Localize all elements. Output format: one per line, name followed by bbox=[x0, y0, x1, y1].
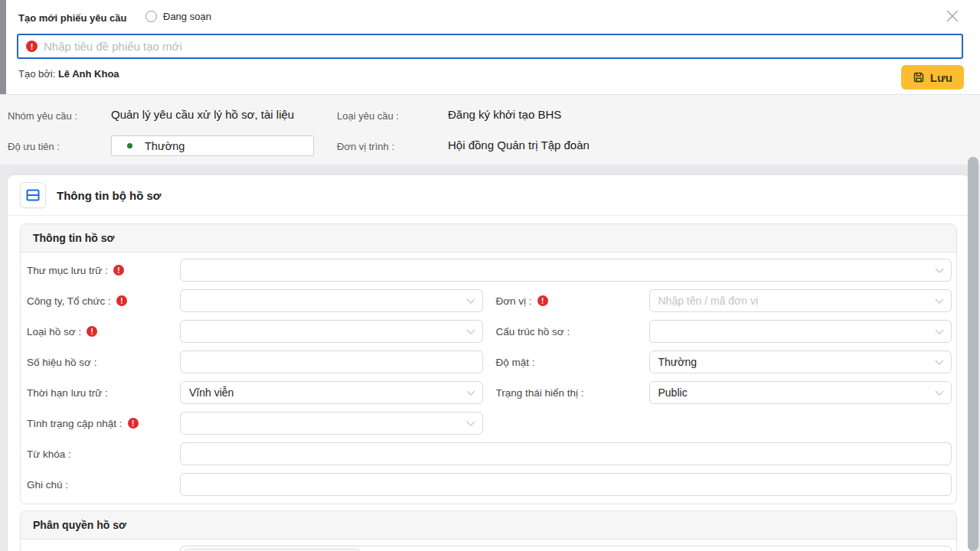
permission-panel-body: Quyền owner: Lê Anh Khoa (Phó tổng giám … bbox=[21, 540, 956, 551]
company-select[interactable] bbox=[180, 289, 483, 312]
retention-label: Thời hạn lưu trữ : bbox=[27, 387, 180, 399]
keywords-label: Từ khóa : bbox=[27, 448, 180, 460]
form-row-company-unit: Công ty, Tổ chức :! Đơn vị :! bbox=[27, 289, 952, 312]
notes-label: Ghi chú : bbox=[27, 479, 180, 491]
required-icon: ! bbox=[128, 418, 139, 429]
company-label: Công ty, Tổ chức :! bbox=[27, 295, 180, 307]
meta-submit-unit-label: Đơn vị trình : bbox=[337, 141, 394, 152]
title-input-container[interactable]: ! bbox=[17, 34, 963, 59]
meta-priority-label: Độ ưu tiên : bbox=[8, 141, 60, 152]
meta-group-label: Nhóm yêu cầu : bbox=[8, 110, 77, 122]
save-icon bbox=[913, 71, 925, 83]
required-icon: ! bbox=[113, 265, 124, 276]
form-row-owner: Quyền owner: Lê Anh Khoa (Phó tổng giám … bbox=[27, 546, 952, 551]
structure-select[interactable] bbox=[649, 320, 952, 343]
dossier-section-title: Thông tin bộ hồ sơ bbox=[57, 189, 161, 202]
meta-type-value: Đăng ký khởi tạo BHS bbox=[448, 108, 561, 121]
unit-select[interactable] bbox=[649, 289, 952, 312]
form-row-folder: Thư mục lưu trữ :! bbox=[27, 259, 952, 282]
created-by-name: Lê Anh Khoa bbox=[58, 68, 119, 80]
notes-input[interactable] bbox=[180, 473, 952, 496]
unit-label: Đơn vị :! bbox=[496, 295, 649, 307]
visibility-label: Trạng thái hiển thị : bbox=[496, 387, 649, 399]
permission-panel-title: Phân quyền hồ sơ bbox=[21, 511, 956, 540]
meta-group-value: Quản lý yêu cầu xử lý hồ sơ, tài liệu bbox=[111, 108, 294, 121]
info-panel-body: Thư mục lưu trữ :! Công ty, Tổ chức :! bbox=[21, 253, 956, 504]
structure-label: Cấu trúc hồ sơ : bbox=[496, 326, 649, 337]
form-row-keywords: Từ khóa : bbox=[27, 442, 952, 465]
folder-label: Thư mục lưu trữ :! bbox=[27, 265, 180, 276]
scrollbar-thumb[interactable] bbox=[968, 157, 978, 551]
secrecy-select[interactable]: Thường bbox=[649, 350, 952, 373]
keywords-input[interactable] bbox=[180, 442, 952, 465]
doc-type-select[interactable] bbox=[180, 320, 483, 343]
unit-search-input[interactable] bbox=[658, 295, 930, 307]
meta-type-label: Loại yêu cầu : bbox=[337, 110, 399, 122]
title-input[interactable] bbox=[44, 40, 954, 53]
permission-panel: Phân quyền hồ sơ Quyền owner: Lê Anh Kho… bbox=[20, 510, 957, 551]
error-icon: ! bbox=[26, 41, 38, 52]
folder-select[interactable] bbox=[180, 259, 952, 282]
meta-submit-unit-value: Hội đồng Quản trị Tập đoàn bbox=[448, 139, 590, 152]
form-row-number-secrecy: Số hiệu hồ sơ : Độ mật : Thường bbox=[27, 350, 952, 373]
chevron-down-icon bbox=[935, 390, 944, 396]
background-strip bbox=[0, 0, 6, 94]
chevron-down-icon bbox=[935, 268, 944, 274]
close-icon[interactable] bbox=[943, 8, 962, 26]
modal-title: Tạo mới phiếu yêu cầu bbox=[18, 12, 126, 24]
owner-select[interactable]: Lê Anh Khoa (Phó tổng giám đốc) ✕ bbox=[180, 546, 952, 551]
secrecy-label: Độ mật : bbox=[496, 357, 649, 368]
form-row-doctype-structure: Loại hồ sơ :! Cấu trúc hồ sơ : bbox=[27, 320, 952, 343]
required-icon: ! bbox=[87, 326, 97, 337]
chevron-down-icon bbox=[935, 360, 944, 366]
info-panel: Thông tin hồ sơ Thư mục lưu trữ :! bbox=[20, 223, 957, 504]
dossier-section-header: Thông tin bộ hồ sơ bbox=[8, 175, 969, 216]
update-status-label: Tình trạng cập nhật :! bbox=[27, 418, 180, 429]
save-button[interactable]: Lưu bbox=[901, 65, 964, 90]
doc-number-input[interactable] bbox=[180, 350, 483, 373]
doc-number-label: Số hiệu hồ sơ : bbox=[27, 357, 180, 368]
form-row-retention-visibility: Thời hạn lưu trữ : Vĩnh viễn Trạng thái … bbox=[27, 381, 952, 404]
dossier-section-icon bbox=[20, 182, 46, 208]
doc-type-label: Loại hồ sơ :! bbox=[27, 326, 180, 337]
chevron-down-icon bbox=[466, 329, 475, 335]
created-by-label: Tạo bởi: bbox=[18, 68, 55, 80]
priority-value: Thường bbox=[145, 140, 185, 152]
modal-header: Tạo mới phiếu yêu cầu Đang soạn ! Tạo bở… bbox=[6, 0, 980, 94]
priority-select[interactable]: Thường bbox=[111, 135, 314, 156]
chevron-down-icon bbox=[466, 390, 475, 396]
chevron-down-icon bbox=[466, 298, 475, 305]
created-by: Tạo bởi: Lê Anh Khoa bbox=[18, 68, 119, 80]
chevron-down-icon bbox=[466, 421, 475, 427]
form-row-notes: Ghi chú : bbox=[27, 473, 952, 496]
radio-label: Đang soạn bbox=[163, 11, 211, 22]
required-icon: ! bbox=[537, 295, 548, 306]
chevron-down-icon bbox=[935, 298, 944, 305]
priority-dot-icon bbox=[127, 143, 132, 148]
required-icon: ! bbox=[116, 295, 127, 306]
chevron-down-icon bbox=[935, 329, 944, 335]
draft-status-radio[interactable]: Đang soạn bbox=[145, 11, 211, 22]
dossier-card: Thông tin bộ hồ sơ Thông tin hồ sơ Thư m… bbox=[8, 175, 969, 551]
request-meta-section: Nhóm yêu cầu : Quản lý yêu cầu xử lý hồ … bbox=[0, 94, 980, 165]
save-button-label: Lưu bbox=[930, 71, 952, 84]
update-status-select[interactable] bbox=[180, 412, 483, 435]
content-area: Thông tin bộ hồ sơ Thông tin hồ sơ Thư m… bbox=[0, 165, 980, 551]
retention-select[interactable]: Vĩnh viễn bbox=[180, 381, 483, 404]
form-row-update-status: Tình trạng cập nhật :! bbox=[27, 412, 952, 435]
info-panel-title: Thông tin hồ sơ bbox=[21, 224, 956, 253]
radio-icon[interactable] bbox=[145, 11, 157, 22]
visibility-select[interactable]: Public bbox=[649, 381, 952, 404]
